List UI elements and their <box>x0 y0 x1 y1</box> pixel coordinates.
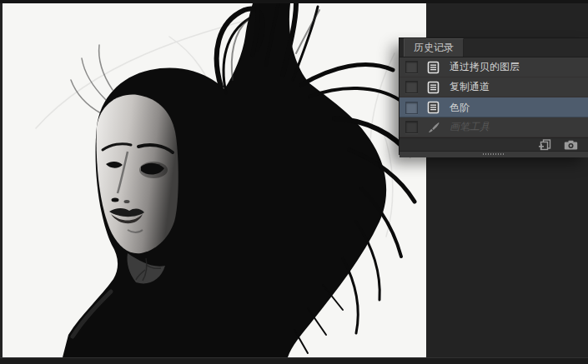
history-item-label: 复制通道 <box>450 80 490 94</box>
brush-icon <box>426 120 440 134</box>
new-snapshot-button[interactable] <box>563 139 578 151</box>
photoshop-workspace: 历史记录 通过拷贝的图层 <box>0 0 588 364</box>
history-item-layer-via-copy[interactable]: 通过拷贝的图层 <box>400 57 588 77</box>
panel-resize-grip[interactable] <box>400 151 588 157</box>
set-history-source-checkbox[interactable] <box>405 61 418 73</box>
camera-icon <box>564 140 578 150</box>
bottom-chrome-strip <box>0 357 588 364</box>
portrait-image <box>3 3 426 357</box>
tab-history[interactable]: 历史记录 <box>404 38 464 57</box>
history-item-label: 色阶 <box>450 101 470 115</box>
history-panel: 历史记录 通过拷贝的图层 <box>399 37 588 155</box>
history-panel-footer <box>400 137 588 151</box>
grip-dots-icon <box>483 153 505 155</box>
set-history-source-checkbox[interactable] <box>405 102 418 114</box>
history-item-duplicate-channel[interactable]: 复制通道 <box>400 77 588 97</box>
new-document-from-state-button[interactable] <box>537 139 552 151</box>
history-item-label: 通过拷贝的图层 <box>450 60 520 74</box>
history-panel-tabbar: 历史记录 <box>400 38 588 57</box>
history-list: 通过拷贝的图层 复制通道 <box>400 57 588 137</box>
history-state-document-icon <box>426 101 440 115</box>
new-document-from-state-icon <box>538 139 552 151</box>
history-state-document-icon <box>426 60 440 74</box>
history-item-brush-tool[interactable]: 画笔工具 <box>400 117 588 137</box>
history-item-levels[interactable]: 色阶 <box>400 97 588 117</box>
document-canvas[interactable] <box>3 3 426 357</box>
history-item-label: 画笔工具 <box>450 120 490 134</box>
set-history-source-checkbox[interactable] <box>405 121 418 133</box>
history-state-document-icon <box>426 80 440 94</box>
set-history-source-checkbox[interactable] <box>405 81 418 93</box>
